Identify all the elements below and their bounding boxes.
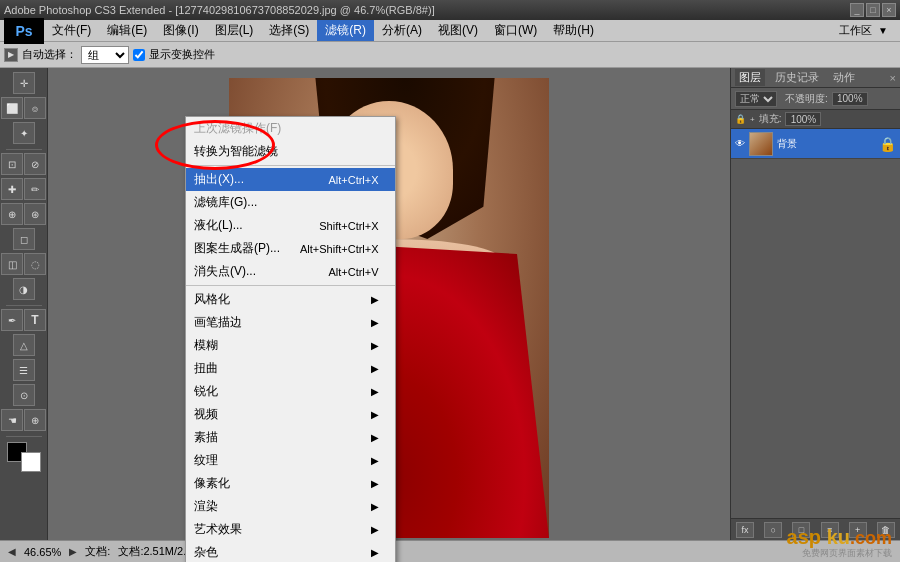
filter-sharpen-arrow: ▶ <box>371 386 379 397</box>
filter-brush-strokes[interactable]: 画笔描边 ▶ <box>186 311 395 334</box>
menu-window[interactable]: 窗口(W) <box>486 20 545 41</box>
move-tool[interactable]: ✛ <box>13 72 35 94</box>
filter-distort[interactable]: 扭曲 ▶ <box>186 357 395 380</box>
filter-brush-strokes-label: 画笔描边 <box>194 314 242 331</box>
next-arrow[interactable]: ▶ <box>69 546 77 557</box>
watermark-subtitle: 免费网页界面素材下载 <box>802 547 892 560</box>
add-mask-button[interactable]: ○ <box>764 522 782 538</box>
eyedropper-group: ⊙ <box>13 384 35 406</box>
healing-group: ✚ ✏ <box>1 178 46 200</box>
history-brush-tool[interactable]: ⊛ <box>24 203 46 225</box>
lasso-tool[interactable]: ⌾ <box>24 97 46 119</box>
filter-texture-arrow: ▶ <box>371 455 379 466</box>
clone-stamp-tool[interactable]: ⊕ <box>1 203 23 225</box>
opacity-label: 不透明度: <box>785 92 828 106</box>
healing-brush-tool[interactable]: ✚ <box>1 178 23 200</box>
filter-last-filter[interactable]: 上次滤镜操作(F) <box>186 117 395 140</box>
notes-tool[interactable]: ☰ <box>13 359 35 381</box>
close-button[interactable]: × <box>882 3 896 17</box>
filter-blur[interactable]: 模糊 ▶ <box>186 334 395 357</box>
eraser-tool[interactable]: ◻ <box>13 228 35 250</box>
shape-group: △ <box>13 334 35 356</box>
filter-render-arrow: ▶ <box>371 501 379 512</box>
filter-video[interactable]: 视频 ▶ <box>186 403 395 426</box>
opacity-input[interactable] <box>832 92 868 106</box>
tab-history[interactable]: 历史记录 <box>771 69 823 86</box>
menu-select[interactable]: 选择(S) <box>261 20 317 41</box>
menu-analysis[interactable]: 分析(A) <box>374 20 430 41</box>
filter-distort-arrow: ▶ <box>371 363 379 374</box>
brush-tool[interactable]: ✏ <box>24 178 46 200</box>
hand-group: ☚ ⊕ <box>1 409 46 431</box>
fx-button[interactable]: fx <box>736 522 754 538</box>
filter-sketch[interactable]: 素描 ▶ <box>186 426 395 449</box>
filter-render-label: 渲染 <box>194 498 218 515</box>
hand-tool[interactable]: ☚ <box>1 409 23 431</box>
menu-file[interactable]: 文件(F) <box>44 20 99 41</box>
filter-render[interactable]: 渲染 ▶ <box>186 495 395 518</box>
crop-tool[interactable]: ⊡ <box>1 153 23 175</box>
filter-gallery[interactable]: 滤镜库(G)... <box>186 191 395 214</box>
filter-last-filter-label: 上次滤镜操作(F) <box>194 120 281 137</box>
filter-liquify[interactable]: 液化(L)... Shift+Ctrl+X <box>186 214 395 237</box>
filter-sharpen[interactable]: 锐化 ▶ <box>186 380 395 403</box>
layer-eye-icon[interactable]: 👁 <box>735 138 745 149</box>
text-tool[interactable]: T <box>24 309 46 331</box>
autoselect-select[interactable]: 组 图层 <box>81 46 129 64</box>
panel-close-button[interactable]: × <box>890 72 896 84</box>
prev-arrow[interactable]: ◀ <box>8 546 16 557</box>
fill-input[interactable] <box>785 112 821 126</box>
filter-video-label: 视频 <box>194 406 218 423</box>
show-transform-label: 显示变换控件 <box>149 47 215 62</box>
filter-menu: 上次滤镜操作(F) 转换为智能滤镜 抽出(X)... Alt+Ctrl+X 滤镜… <box>185 116 396 562</box>
filter-artistic[interactable]: 艺术效果 ▶ <box>186 518 395 541</box>
filter-pixelate[interactable]: 像素化 ▶ <box>186 472 395 495</box>
filter-noise[interactable]: 杂色 ▶ <box>186 541 395 562</box>
menu-edit[interactable]: 编辑(E) <box>99 20 155 41</box>
maximize-button[interactable]: □ <box>866 3 880 17</box>
filter-pattern-maker-label: 图案生成器(P)... <box>194 240 280 257</box>
filter-distort-label: 扭曲 <box>194 360 218 377</box>
menu-help[interactable]: 帮助(H) <box>545 20 602 41</box>
shape-tool[interactable]: △ <box>13 334 35 356</box>
filter-convert-smart-label: 转换为智能滤镜 <box>194 143 278 160</box>
tab-actions[interactable]: 动作 <box>829 69 859 86</box>
filter-artistic-arrow: ▶ <box>371 524 379 535</box>
filter-vanishing-point-label: 消失点(V)... <box>194 263 256 280</box>
layer-item-background[interactable]: 👁 背景 🔒 <box>731 129 900 159</box>
tool-options-icon[interactable]: ▶ <box>4 48 18 62</box>
show-transform-checkbox[interactable] <box>133 49 145 61</box>
filter-extract[interactable]: 抽出(X)... Alt+Ctrl+X <box>186 168 395 191</box>
watermark-ku: ku <box>821 526 850 548</box>
gradient-group: ◫ ◌ <box>1 253 46 275</box>
zoom-tool[interactable]: ⊕ <box>24 409 46 431</box>
menu-image[interactable]: 图像(I) <box>155 20 206 41</box>
filter-stylize[interactable]: 风格化 ▶ <box>186 288 395 311</box>
rectangular-marquee-tool[interactable]: ⬜ <box>1 97 23 119</box>
filter-texture[interactable]: 纹理 ▶ <box>186 449 395 472</box>
blend-mode-select[interactable]: 正常 <box>735 91 777 107</box>
lock-partial-icon: + <box>750 115 755 124</box>
minimize-button[interactable]: _ <box>850 3 864 17</box>
background-color[interactable] <box>21 452 41 472</box>
filter-pattern-maker[interactable]: 图案生成器(P)... Alt+Shift+Ctrl+X <box>186 237 395 260</box>
options-bar: ▶ 自动选择： 组 图层 显示变换控件 <box>0 42 900 68</box>
filter-noise-arrow: ▶ <box>371 547 379 558</box>
menu-view[interactable]: 视图(V) <box>430 20 486 41</box>
filter-convert-smart[interactable]: 转换为智能滤镜 <box>186 140 395 163</box>
blur-tool[interactable]: ◌ <box>24 253 46 275</box>
eyedropper-tool[interactable]: ⊙ <box>13 384 35 406</box>
pen-tool[interactable]: ✒ <box>1 309 23 331</box>
title-bar-text: Adobe Photoshop CS3 Extended - [12774029… <box>4 4 435 16</box>
gradient-tool[interactable]: ◫ <box>1 253 23 275</box>
filter-pixelate-arrow: ▶ <box>371 478 379 489</box>
watermark-asp: asp <box>787 526 821 548</box>
slice-tool[interactable]: ⊘ <box>24 153 46 175</box>
panel-tab-bar: 图层 历史记录 动作 × <box>731 68 900 88</box>
filter-vanishing-point[interactable]: 消失点(V)... Alt+Ctrl+V <box>186 260 395 283</box>
menu-filter[interactable]: 滤镜(R) <box>317 20 374 41</box>
dodge-tool[interactable]: ◑ <box>13 278 35 300</box>
magic-wand-tool[interactable]: ✦ <box>13 122 35 144</box>
tab-layers[interactable]: 图层 <box>735 69 765 86</box>
menu-layer[interactable]: 图层(L) <box>207 20 262 41</box>
